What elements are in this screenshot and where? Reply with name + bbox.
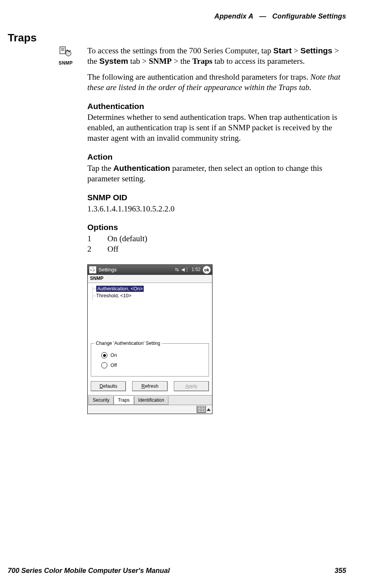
kw-authentication: Authentication	[113, 164, 170, 172]
tree-item-label: Threshold, <10>	[96, 293, 131, 299]
radio-label: On	[110, 352, 117, 358]
text: tab >	[128, 56, 149, 66]
option-row: 1 On (default)	[87, 233, 350, 244]
tree-item-threshold[interactable]: Threshold, <10>	[96, 292, 209, 299]
header-title: Configurable Settings	[272, 12, 346, 20]
windows-flag-icon[interactable]	[89, 266, 96, 273]
clock-text: 1:52	[192, 267, 201, 273]
change-setting-group: Change 'Authentication' Setting On Off	[91, 343, 209, 377]
kw-system: System	[99, 56, 128, 65]
option-number: 1	[87, 233, 107, 244]
action-paragraph: Tap the Authentication parameter, then s…	[87, 163, 350, 184]
section-title: Traps	[8, 32, 37, 44]
device-titlebar: Settings ⇆ ◀⋮ 1:52 ok	[88, 265, 212, 275]
text: R	[141, 383, 145, 389]
heading-action: Action	[87, 152, 350, 162]
device-screenshot: Settings ⇆ ◀⋮ 1:52 ok SNMP Authenticatio…	[87, 264, 212, 414]
kw-traps: Traps	[192, 56, 212, 66]
device-title: Settings	[99, 267, 117, 273]
kw-snmp: SNMP	[149, 56, 172, 66]
intro-paragraph-2: The following are authentication and thr…	[87, 72, 350, 93]
text: pply	[189, 383, 197, 389]
header-sep: —	[259, 12, 266, 20]
connectivity-icon[interactable]: ⇆	[175, 267, 179, 273]
heading-authentication: Authentication	[87, 101, 350, 112]
svg-rect-0	[60, 47, 65, 54]
heading-options: Options	[87, 222, 350, 233]
defaults-button[interactable]: Defaults	[91, 381, 126, 391]
text: tab to access its parameters.	[212, 56, 305, 66]
tab-security[interactable]: Security	[88, 396, 114, 405]
sip-up-icon[interactable]	[207, 408, 211, 411]
intro-paragraph-1: To access the settings from the 700 Seri…	[87, 46, 350, 66]
text: > the	[172, 56, 192, 66]
ok-button[interactable]: ok	[203, 266, 211, 274]
device-bottombar	[88, 405, 212, 414]
radio-icon[interactable]	[101, 362, 107, 368]
footer-manual: 700 Series Color Mobile Computer User's …	[8, 567, 170, 575]
radio-off[interactable]: Off	[101, 362, 205, 368]
option-number: 2	[87, 244, 107, 254]
heading-snmp-oid: SNMP OID	[87, 193, 350, 203]
footer-page: 355	[335, 567, 346, 575]
text: The following are authentication and thr…	[87, 72, 310, 82]
tree-item-label: Authentication, <On>	[96, 286, 144, 292]
apply-button: Apply	[174, 381, 209, 391]
tab-identification[interactable]: Identification	[134, 396, 168, 405]
tree-item-authentication[interactable]: Authentication, <On>	[96, 285, 209, 292]
option-row: 2 Off	[87, 244, 350, 254]
refresh-button[interactable]: Refresh	[132, 381, 167, 391]
text: Tap the	[87, 164, 113, 173]
radio-label: Off	[110, 362, 117, 368]
text: >	[292, 46, 300, 55]
text: D	[100, 383, 103, 389]
kw-settings: Settings	[300, 46, 332, 55]
text: efresh	[145, 383, 158, 389]
auth-paragraph: Determines whether to send authenticatio…	[87, 112, 350, 143]
text: A	[185, 383, 189, 389]
content-column: To access the settings from the 700 Seri…	[87, 46, 350, 414]
snmp-icon-label: SNMP	[58, 60, 73, 66]
tab-bar: Security Traps Identification	[88, 395, 212, 405]
page-footer: 700 Series Color Mobile Computer User's …	[8, 567, 346, 575]
document-network-icon	[59, 46, 72, 58]
text: To access the settings from the 700 Seri…	[87, 46, 273, 55]
radio-on[interactable]: On	[101, 352, 205, 358]
header-appendix: Appendix A	[214, 12, 253, 20]
oid-value: 1.3.6.1.4.1.1963.10.5.2.2.0	[87, 204, 350, 214]
volume-icon[interactable]: ◀⋮	[181, 267, 189, 273]
svg-point-4	[66, 51, 71, 56]
kw-start: Start	[273, 46, 292, 55]
device-subtitle: SNMP	[88, 275, 212, 283]
running-header: Appendix A — Configurable Settings	[214, 12, 346, 20]
option-label: Off	[107, 244, 119, 254]
snmp-icon: SNMP	[58, 46, 73, 66]
radio-icon[interactable]	[101, 352, 107, 358]
text: efaults	[103, 383, 117, 389]
tree-area: Authentication, <On> Threshold, <10>	[88, 283, 212, 342]
option-label: On (default)	[107, 233, 147, 244]
group-legend: Change 'Authentication' Setting	[94, 341, 162, 346]
tab-traps[interactable]: Traps	[114, 396, 134, 405]
keyboard-icon[interactable]	[197, 406, 206, 413]
button-row: Defaults Refresh Apply	[88, 380, 212, 395]
